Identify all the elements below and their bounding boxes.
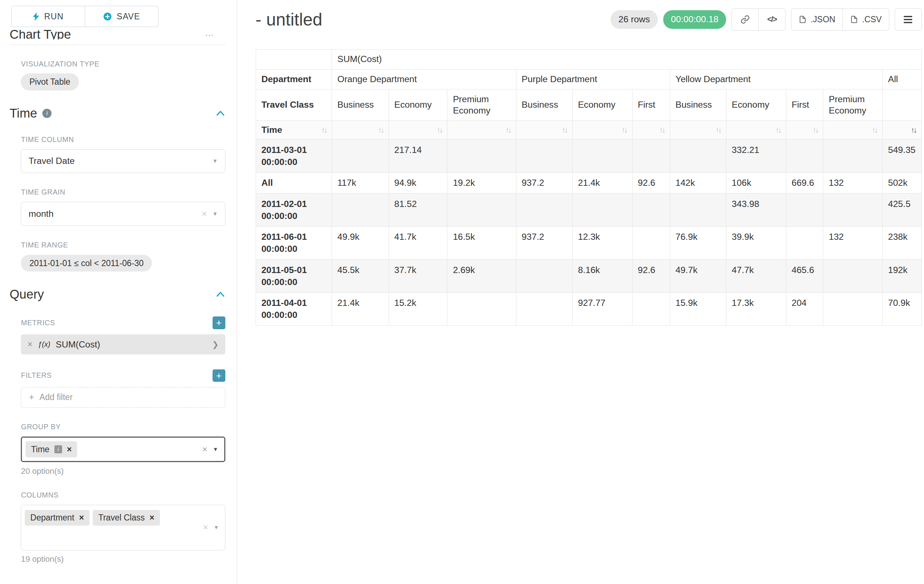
columns-select[interactable]: Department×Travel Class× × ▼	[21, 505, 225, 550]
chart-title: - untitled	[256, 10, 322, 30]
column-group-header: All	[882, 69, 921, 89]
dimension-chip[interactable]: Department×	[25, 510, 89, 526]
row-dimension-header: Department	[256, 69, 332, 89]
row-label: All	[256, 172, 332, 193]
collapse-chevron-icon[interactable]	[216, 292, 224, 297]
save-button[interactable]: SAVE	[85, 6, 158, 27]
chevron-down-icon: ▼	[213, 446, 218, 452]
plus-circle-icon	[103, 12, 112, 21]
metric-token[interactable]: × ƒ(x) SUM(Cost) ❯	[21, 334, 225, 354]
table-row: 2011-03-01 00:00:00217.14332.21549.35	[256, 140, 921, 173]
table-row: 2011-04-01 00:00:0021.4k15.2k927.7715.9k…	[256, 292, 921, 326]
class-header: Business	[516, 89, 572, 121]
department-header-row: DepartmentOrange DepartmentPurple Depart…	[256, 69, 921, 89]
value-cell: 937.2	[516, 172, 572, 193]
value-cell: 15.2k	[389, 292, 447, 326]
class-header: Economy	[389, 89, 447, 121]
export-csv-button[interactable]: .CSV	[843, 8, 889, 31]
metric-token-label: SUM(Cost)	[56, 339, 100, 350]
value-cell	[823, 140, 882, 173]
columns-options-hint: 19 option(s)	[21, 554, 225, 564]
bolt-icon	[33, 12, 40, 21]
value-cell: 37.7k	[389, 260, 447, 293]
app-window: RUN SAVE Chart Type … VISUALIZATION TYPE…	[0, 0, 924, 584]
value-cell: 106k	[726, 172, 786, 193]
sort-icon[interactable]: ↑↓	[716, 125, 721, 135]
value-cell	[823, 292, 882, 326]
remove-chip-icon[interactable]: ×	[149, 513, 154, 522]
info-icon: i	[54, 445, 62, 453]
value-cell: 94.9k	[389, 172, 447, 193]
sort-header-cell: ↑↓	[572, 120, 632, 139]
value-cell: 217.14	[389, 140, 447, 173]
value-cell: 332.21	[726, 140, 786, 173]
time-range-chip[interactable]: 2011-01-01 ≤ col < 2011-06-30	[21, 255, 152, 272]
row-dimension2-header: Travel Class	[256, 89, 332, 121]
sort-icon[interactable]: ↑↓	[813, 125, 818, 135]
sort-icon[interactable]: ↑↓	[378, 125, 383, 135]
value-cell: 549.35	[882, 140, 921, 173]
row-label: 2011-02-01 00:00:00	[256, 193, 332, 227]
clear-icon[interactable]: ×	[201, 209, 207, 219]
remove-chip-icon[interactable]: ×	[67, 445, 72, 454]
run-button[interactable]: RUN	[12, 6, 85, 27]
add-metric-button[interactable]: +	[213, 316, 225, 329]
embed-code-button[interactable]: </>	[759, 8, 785, 31]
corner-cell	[256, 49, 332, 69]
class-header: First	[632, 89, 670, 121]
sort-icon[interactable]: ↑↓	[659, 125, 664, 135]
sort-icon[interactable]: ↑↓	[622, 125, 627, 135]
export-json-button[interactable]: .JSON	[791, 8, 843, 31]
table-row: 2011-06-01 00:00:0049.9k41.7k16.5k937.21…	[256, 226, 921, 260]
sort-icon[interactable]: ↑↓	[505, 125, 511, 135]
export-json-label: .JSON	[810, 15, 835, 25]
value-cell	[823, 193, 882, 227]
expand-metric-icon[interactable]: ❯	[212, 340, 219, 349]
row-label: 2011-03-01 00:00:00	[256, 140, 332, 173]
remove-chip-icon[interactable]: ×	[79, 513, 84, 522]
class-header: Economy	[726, 89, 786, 121]
class-header: Business	[670, 89, 726, 121]
time-column-value: Travel Date	[28, 156, 207, 166]
value-cell	[786, 140, 823, 173]
value-cell: 21.4k	[572, 172, 632, 193]
chevron-down-icon: ▼	[212, 211, 218, 217]
sort-icon[interactable]: ↑↓	[437, 125, 442, 135]
row-label: 2011-06-01 00:00:00	[256, 226, 332, 260]
collapse-chevron-icon[interactable]	[216, 110, 224, 116]
control-panel-sidebar: RUN SAVE Chart Type … VISUALIZATION TYPE…	[0, 0, 237, 584]
sort-icon[interactable]: ↑↓	[872, 125, 877, 135]
sort-icon[interactable]: ↑↓	[911, 125, 916, 135]
sort-icon[interactable]: ↑↓	[562, 125, 567, 135]
metrics-label: METRICS	[21, 319, 55, 327]
clear-all-icon[interactable]: ×	[202, 444, 208, 454]
value-cell	[447, 292, 516, 326]
class-header: Premium Economy	[447, 89, 516, 121]
dimension-chip[interactable]: Timei×	[26, 441, 77, 457]
menu-button[interactable]	[895, 8, 922, 31]
value-cell	[632, 226, 670, 260]
add-filter-plus-button[interactable]: +	[213, 369, 225, 382]
fx-icon: ƒ(x)	[38, 340, 50, 349]
value-cell: 81.52	[389, 193, 447, 227]
plus-icon: +	[29, 392, 34, 402]
dimension-chip[interactable]: Travel Class×	[93, 510, 160, 526]
clear-all-icon[interactable]: ×	[203, 522, 208, 533]
dimension-chip-label: Travel Class	[98, 513, 145, 523]
group-by-select[interactable]: Timei× × ▼	[21, 436, 225, 462]
sort-icon[interactable]: ↑↓	[776, 125, 780, 135]
value-cell: 70.9k	[882, 292, 921, 326]
time-grain-select[interactable]: month × ▼	[21, 202, 225, 226]
value-cell: 16.5k	[447, 226, 516, 260]
value-cell	[572, 193, 632, 227]
chevron-down-icon: ▼	[214, 525, 219, 530]
remove-metric-icon[interactable]: ×	[28, 339, 33, 349]
value-cell: 17.3k	[726, 292, 786, 326]
time-column-select[interactable]: Travel Date ▼	[21, 149, 225, 173]
visualization-type-chip[interactable]: Pivot Table	[21, 73, 79, 90]
time-section-header: Time i	[10, 106, 226, 120]
sort-icon[interactable]: ↑↓	[321, 125, 326, 135]
link-button[interactable]	[731, 8, 759, 31]
add-filter-button[interactable]: + Add filter	[21, 387, 225, 408]
dimension-chip-label: Time	[31, 444, 49, 454]
